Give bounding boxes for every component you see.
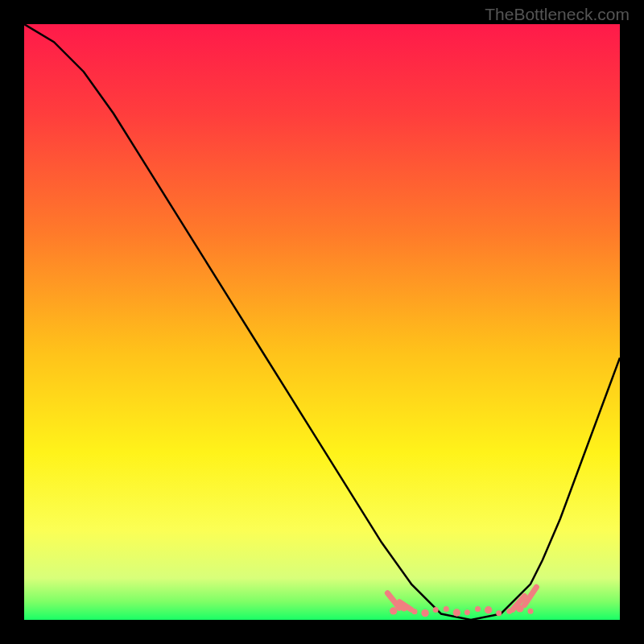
band-dot bbox=[433, 607, 439, 613]
band-dot bbox=[475, 606, 481, 612]
bottleneck-chart bbox=[24, 24, 620, 620]
band-dot bbox=[485, 606, 492, 613]
chart-container bbox=[24, 24, 620, 620]
band-dot bbox=[421, 609, 428, 617]
band-dot bbox=[464, 609, 470, 615]
band-dot bbox=[528, 609, 534, 614]
band-dot bbox=[496, 610, 502, 616]
watermark-text: TheBottleneck.com bbox=[485, 5, 630, 24]
band-dot bbox=[453, 609, 460, 616]
band-dot bbox=[444, 606, 449, 612]
